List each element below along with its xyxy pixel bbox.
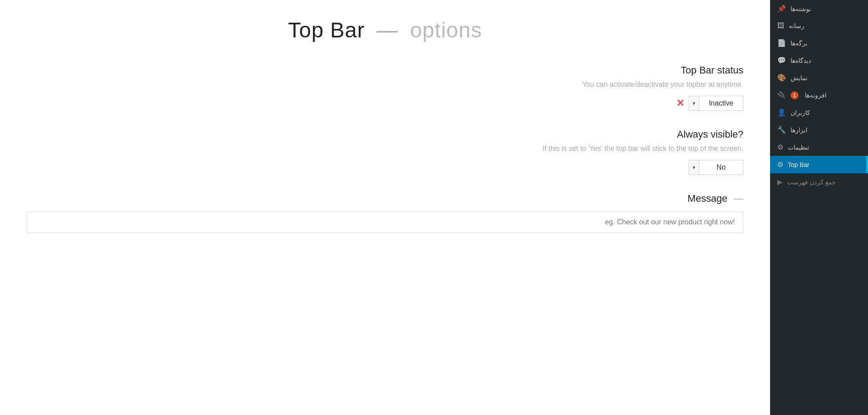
sidebar-posts-label: نوشته‌ها [791, 5, 811, 12]
topbar-status-control: ✕ ▾ Inactive [27, 96, 743, 111]
comments-icon: 💬 [777, 56, 786, 65]
sidebar-item-media[interactable]: رسانه 🖼 [770, 17, 868, 34]
collapse-icon: ▶ [777, 178, 783, 186]
sidebar-item-appearance[interactable]: نمایش 🎨 [770, 69, 868, 86]
sidebar-item-pages[interactable]: برگه‌ها 📄 [770, 34, 868, 52]
sidebar-pages-label: برگه‌ها [791, 40, 807, 47]
page-title: Top Bar — options [27, 18, 743, 42]
sidebar-topbar-label: Top Bar [788, 161, 809, 168]
always-visible-section: Always visible? If this is set to 'Yes' … [27, 129, 743, 175]
sidebar: نوشته‌ها 📌 رسانه 🖼 برگه‌ها 📄 دیدگاه‌ها 💬… [770, 0, 868, 415]
message-dash: — [734, 193, 743, 204]
title-dash: — [377, 18, 398, 42]
message-title-text: Message [688, 193, 727, 204]
visible-dropdown-arrow[interactable]: ▾ [689, 160, 699, 175]
posts-icon: 📌 [777, 4, 786, 13]
sidebar-appearance-label: نمایش [791, 74, 807, 81]
sidebar-tools-label: ابزارها [791, 126, 807, 134]
users-icon: 👤 [777, 108, 786, 117]
topbar-status-section: Top Bar status You can activate/deactiva… [27, 65, 743, 111]
sidebar-collapse-item[interactable]: جمع کردن فهرست ▶ [770, 173, 868, 191]
visible-select-box[interactable]: ▾ No [689, 160, 743, 175]
page-title-text: Top Bar [288, 18, 365, 42]
status-value[interactable]: Inactive [699, 96, 743, 111]
sidebar-item-topbar[interactable]: Top Bar ⚙ [770, 156, 868, 173]
appearance-icon: 🎨 [777, 73, 786, 82]
message-section: Message — [27, 193, 743, 233]
pages-icon: 📄 [777, 39, 786, 47]
sidebar-collapse-label: جمع کردن فهرست [787, 179, 836, 186]
sidebar-item-plugins[interactable]: افزونه‌ها 1 🔌 [770, 86, 868, 104]
always-visible-desc: If this is set to 'Yes' the top bar will… [27, 145, 743, 153]
inactive-x-icon: ✕ [676, 98, 684, 108]
sidebar-item-tools[interactable]: ابزارها 🔧 [770, 121, 868, 138]
always-visible-control: ▾ No [27, 160, 743, 175]
sidebar-settings-label: تنظیمات [788, 144, 809, 151]
topbar-status-desc: You can activate/deactivate your topbar … [27, 81, 743, 89]
plugins-icon: 🔌 [777, 91, 786, 99]
topbar-status-title: Top Bar status [27, 65, 743, 76]
sidebar-item-users[interactable]: کاربران 👤 [770, 104, 868, 121]
title-options: options [410, 18, 482, 42]
settings-icon: ⚙ [777, 143, 783, 151]
media-icon: 🖼 [777, 22, 784, 30]
sidebar-item-settings[interactable]: تنظیمات ⚙ [770, 138, 868, 156]
tools-icon: 🔧 [777, 126, 786, 134]
sidebar-comments-label: دیدگاه‌ها [791, 57, 811, 64]
visible-value[interactable]: No [699, 160, 743, 175]
topbar-icon: ⚙ [777, 160, 783, 169]
plugins-badge: 1 [791, 91, 799, 99]
status-select-box[interactable]: ▾ Inactive [689, 96, 743, 111]
sidebar-item-posts[interactable]: نوشته‌ها 📌 [770, 0, 868, 17]
sidebar-users-label: کاربران [791, 109, 810, 116]
message-input-wrapper [27, 212, 743, 233]
sidebar-plugins-label: افزونه‌ها [805, 92, 827, 99]
message-input[interactable] [27, 212, 743, 232]
sidebar-item-comments[interactable]: دیدگاه‌ها 💬 [770, 52, 868, 69]
status-dropdown-arrow[interactable]: ▾ [689, 96, 699, 111]
message-title: Message — [27, 193, 743, 204]
sidebar-media-label: رسانه [789, 22, 804, 29]
main-content: Top Bar — options Top Bar status You can… [0, 0, 770, 415]
always-visible-title: Always visible? [27, 129, 743, 140]
